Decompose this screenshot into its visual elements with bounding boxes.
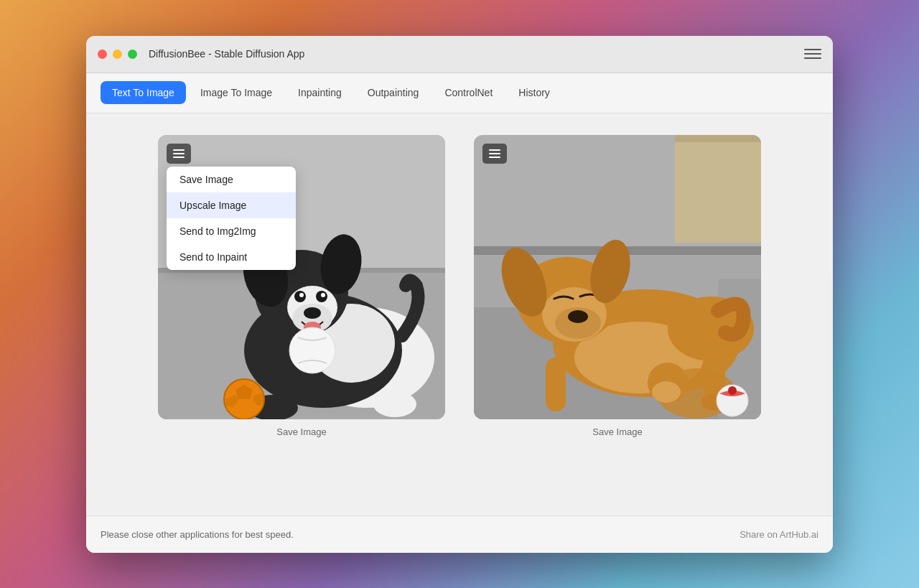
dropdown-save-image[interactable]: Save Image [167,167,296,192]
image-card-1: Save Image Upscale Image Send to Img2Img… [158,135,445,437]
image-menu-button-2[interactable] [482,144,507,164]
svg-point-21 [373,391,416,417]
dropdown-upscale-image[interactable]: Upscale Image [167,192,296,218]
svg-point-10 [304,307,321,319]
traffic-lights [98,50,137,59]
maximize-button[interactable] [128,50,137,59]
titlebar: DiffusionBee - Stable Diffusion App [86,36,833,73]
images-grid: Save Image Upscale Image Send to Img2Img… [115,135,804,437]
save-label-2[interactable]: Save Image [592,426,642,437]
tab-text-to-image[interactable]: Text To Image [101,81,186,104]
svg-rect-41 [546,358,566,411]
close-button[interactable] [98,50,107,59]
tab-controlnet[interactable]: ControlNet [433,81,504,104]
svg-point-45 [652,381,681,403]
save-label-1[interactable]: Save Image [276,426,326,437]
minimize-button[interactable] [113,50,122,59]
dropdown-menu-1: Save Image Upscale Image Send to Img2Img… [167,167,296,270]
navbar: Text To Image Image To Image Inpainting … [86,73,833,113]
tab-outpainting[interactable]: Outpainting [356,81,431,104]
footer-status-text: Please close other applications for best… [101,529,294,540]
image-wrapper-1: Save Image Upscale Image Send to Img2Img… [158,135,445,419]
svg-rect-25 [675,135,761,243]
svg-point-14 [299,293,304,297]
svg-rect-26 [675,135,761,142]
svg-point-36 [568,310,588,323]
tab-inpainting[interactable]: Inpainting [286,81,353,104]
image-placeholder-2 [474,135,761,419]
svg-point-48 [728,386,737,395]
image-card-2: Save Image [474,135,761,437]
window-title: DiffusionBee - Stable Diffusion App [149,48,804,60]
image-wrapper-2 [474,135,761,419]
main-content: Save Image Upscale Image Send to Img2Img… [86,113,833,515]
tab-history[interactable]: History [507,81,561,104]
footer-share-link[interactable]: Share on ArtHub.ai [740,529,818,540]
dropdown-send-to-inpaint[interactable]: Send to Inpaint [167,244,296,270]
image-menu-button-1[interactable] [167,144,191,164]
footer: Please close other applications for best… [86,515,833,553]
dropdown-send-to-img2img[interactable]: Send to Img2Img [167,218,296,244]
tab-image-to-image[interactable]: Image To Image [189,81,284,104]
dog-image-2 [474,135,761,419]
hamburger-menu-icon[interactable] [804,45,821,62]
svg-point-15 [321,293,325,297]
app-window: DiffusionBee - Stable Diffusion App Text… [86,36,833,553]
